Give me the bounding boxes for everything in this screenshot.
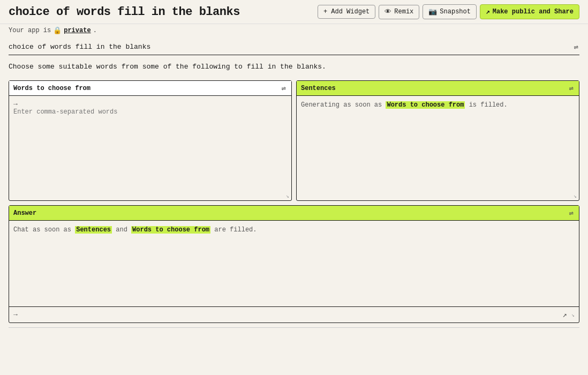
top-bar: choice of words fill in the blanks + Add…	[0, 0, 588, 24]
app-name-label: choice of words fill in the blanks	[9, 43, 150, 51]
sentences-body-text: Generating as soon as Words to choose fr…	[301, 101, 508, 109]
add-widget-button[interactable]: + Add Widget	[318, 5, 375, 19]
answer-body-text: Chat as soon as Sentences and Words to c…	[13, 226, 257, 234]
app-name-bar: choice of words fill in the blanks ⇌	[9, 37, 579, 55]
words-panel-settings-icon[interactable]: ⇌	[281, 84, 287, 93]
answer-resize-handle[interactable]: ↘	[571, 312, 575, 318]
main-content: choice of words fill in the blanks ⇌ Cho…	[0, 37, 588, 328]
sentences-highlight: Words to choose from	[386, 101, 465, 109]
snapshot-button[interactable]: 📷 Snapshot	[423, 4, 477, 19]
remix-button[interactable]: 👁 Remix	[379, 5, 419, 19]
sentences-panel-settings-icon[interactable]: ⇌	[568, 84, 575, 93]
answer-highlight1: Sentences	[75, 226, 112, 234]
words-input[interactable]	[13, 108, 287, 194]
words-panel: Words to choose from ⇌ → ↘	[9, 80, 292, 201]
share-button[interactable]: ↗ Make public and Share	[480, 4, 579, 19]
bottom-border	[9, 327, 579, 328]
words-panel-body: → ↘	[9, 96, 291, 200]
answer-panel-body: Chat as soon as Sentences and Words to c…	[9, 221, 579, 306]
share-arrow-icon: ↗	[486, 8, 490, 16]
answer-highlight2: Words to choose from	[131, 226, 210, 234]
answer-arrow-icon: →	[13, 311, 18, 319]
app-title: choice of words fill in the blanks	[9, 5, 240, 19]
app-name-settings-icon[interactable]: ⇌	[573, 42, 579, 51]
sentences-resize-handle[interactable]: ↘	[574, 193, 577, 199]
sentences-panel-header: Sentences ⇌	[297, 81, 579, 96]
sentences-panel-body: Generating as soon as Words to choose fr…	[297, 96, 579, 200]
privacy-link[interactable]: private	[64, 27, 91, 34]
answer-footer: → ↗ ↘	[9, 306, 579, 322]
panels-row: Words to choose from ⇌ → ↘ Sentences ⇌ G…	[9, 80, 579, 201]
lock-icon: 🔒	[53, 26, 62, 35]
description: Choose some suitable words from some of …	[9, 61, 579, 75]
send-button[interactable]: ↗	[562, 310, 568, 319]
top-buttons: + Add Widget 👁 Remix 📷 Snapshot ↗ Make p…	[318, 4, 579, 19]
answer-panel: Answer ⇌ Chat as soon as Sentences and W…	[9, 205, 579, 323]
words-panel-header: Words to choose from ⇌	[9, 81, 291, 96]
sentences-panel: Sentences ⇌ Generating as soon as Words …	[296, 80, 579, 201]
camera-icon: 📷	[428, 8, 437, 16]
words-resize-handle[interactable]: ↘	[286, 193, 289, 199]
privacy-note: Your app is 🔒 private .	[0, 24, 588, 37]
words-arrow-icon: →	[13, 100, 18, 108]
eye-icon: 👁	[385, 8, 391, 16]
answer-panel-header: Answer ⇌	[9, 206, 579, 221]
answer-panel-settings-icon[interactable]: ⇌	[568, 208, 575, 218]
